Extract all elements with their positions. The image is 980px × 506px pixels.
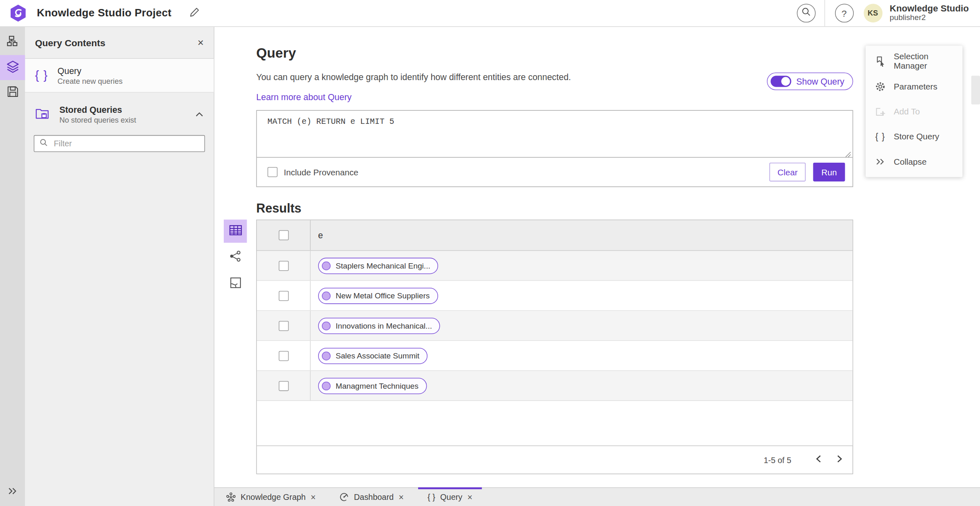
dashboard-icon: [340, 493, 349, 502]
row-checkbox[interactable]: [278, 351, 288, 360]
row-checkbox[interactable]: [278, 381, 288, 390]
column-header-e: e: [311, 220, 853, 250]
entity-dot-icon: [322, 321, 330, 330]
knowledge-graph-icon: [226, 493, 236, 502]
row-checkbox[interactable]: [278, 291, 288, 300]
close-icon[interactable]: ×: [399, 493, 404, 501]
tab-query[interactable]: { } Query ×: [418, 488, 482, 506]
app-logo-icon: [9, 4, 27, 22]
panel-close-button[interactable]: ×: [198, 37, 204, 48]
table-icon: [228, 224, 242, 239]
menu-item-parameters[interactable]: Parameters: [866, 74, 962, 99]
table-header-row: e: [257, 220, 853, 251]
chevron-left-icon: [815, 454, 821, 466]
tab-dashboard[interactable]: Dashboard ×: [330, 488, 413, 506]
chevron-up-icon[interactable]: [195, 111, 204, 117]
entity-chip[interactable]: Managment Techniques: [318, 378, 427, 394]
stored-item-text: Stored Queries No stored queries exist: [59, 105, 185, 125]
menu-item-label: Collapse: [894, 157, 927, 166]
entity-chip[interactable]: Innovations in Mechanical...: [318, 318, 440, 334]
stored-item-subtitle: No stored queries exist: [59, 116, 185, 124]
map-view-button[interactable]: [224, 272, 247, 296]
folder-icon: [35, 106, 50, 123]
menu-item-store-query[interactable]: { } Store Query: [866, 124, 962, 149]
rail-layers-button[interactable]: [0, 55, 25, 80]
save-icon: [6, 85, 19, 100]
entity-chip[interactable]: New Metal Office Suppliers: [318, 287, 438, 304]
select-all-checkbox[interactable]: [278, 230, 288, 240]
query-item-title: Query: [58, 65, 204, 75]
results-table: e Staplers Mechanical Engi... New Metal …: [256, 219, 853, 474]
pencil-icon: [189, 6, 201, 20]
table-row: New Metal Office Suppliers: [257, 281, 853, 311]
panel-title: Query Contents: [35, 37, 198, 48]
entity-chip[interactable]: Staplers Mechanical Engi...: [318, 257, 439, 274]
entity-chip-label: Managment Techniques: [336, 381, 419, 390]
menu-item-add-to: Add To: [866, 99, 962, 124]
query-main-view: Query You can query a knowledge graph to…: [214, 27, 980, 506]
layers-icon: [5, 59, 20, 76]
tab-knowledge-graph[interactable]: Knowledge Graph ×: [217, 488, 325, 506]
previous-page-button[interactable]: [810, 452, 826, 468]
menu-item-collapse[interactable]: Collapse: [866, 149, 962, 174]
top-bar-divider: [824, 0, 825, 26]
search-button[interactable]: [797, 4, 815, 22]
braces-icon: { }: [875, 131, 886, 141]
sidebar-item-query[interactable]: { } Query Create new queries: [25, 59, 214, 93]
entity-chip[interactable]: Sales Associate Summit: [318, 347, 428, 364]
entity-chip-label: Innovations in Mechanical...: [336, 321, 432, 330]
table-row: Sales Associate Summit: [257, 341, 853, 371]
filter-field: [34, 135, 205, 152]
table-row: Staplers Mechanical Engi...: [257, 251, 853, 281]
stored-item-title: Stored Queries: [59, 105, 185, 114]
selection-manager-icon: [875, 56, 886, 67]
table-row: Managment Techniques: [257, 371, 853, 401]
close-icon[interactable]: ×: [468, 493, 473, 501]
rail-expand-button[interactable]: [0, 484, 25, 501]
double-chevron-right-icon: [875, 157, 886, 166]
show-query-toggle[interactable]: Show Query: [767, 73, 853, 90]
link-chart-icon: [229, 250, 242, 265]
entity-dot-icon: [322, 261, 330, 270]
rail-data-model-button[interactable]: [0, 30, 25, 55]
row-checkbox[interactable]: [278, 260, 288, 270]
show-query-label: Show Query: [796, 76, 844, 86]
next-page-button[interactable]: [831, 452, 848, 468]
top-bar-actions: ? KS Knowledge Studio publisher2: [797, 0, 980, 26]
edit-title-button[interactable]: [189, 6, 201, 20]
menu-item-selection-manager[interactable]: Selection Manager: [866, 49, 962, 74]
header-checkbox-cell: [257, 220, 311, 250]
view-tab-bar: Knowledge Graph × Dashboard × { } Query …: [214, 487, 980, 506]
double-chevron-right-icon: [7, 487, 17, 498]
help-icon: ?: [842, 8, 847, 18]
learn-more-link[interactable]: Learn more about Query: [256, 92, 352, 102]
user-info[interactable]: Knowledge Studio publisher2: [890, 4, 980, 22]
entity-chip-label: Staplers Mechanical Engi...: [336, 261, 430, 270]
clear-button[interactable]: Clear: [769, 163, 806, 181]
menu-item-label: Add To: [894, 107, 920, 116]
query-section: Query You can query a knowledge graph to…: [214, 27, 980, 216]
entity-dot-icon: [322, 351, 330, 360]
scrollbar-thumb[interactable]: [971, 76, 980, 104]
add-to-icon: [875, 106, 886, 116]
include-provenance-checkbox[interactable]: [267, 167, 277, 177]
query-text-input[interactable]: MATCH (e) RETURN e LIMIT 5: [257, 111, 853, 158]
close-icon[interactable]: ×: [311, 493, 316, 501]
tab-label: Query: [440, 493, 462, 502]
user-avatar[interactable]: KS: [864, 4, 882, 22]
result-view-toggles: [224, 219, 247, 295]
run-button[interactable]: Run: [813, 163, 845, 181]
knowledge-studio-app: Knowledge Studio Project ? KS Knowledge …: [0, 0, 980, 506]
rail-save-button[interactable]: [0, 80, 25, 105]
sidebar-item-stored-queries[interactable]: Stored Queries No stored queries exist: [25, 98, 214, 132]
filter-input[interactable]: [53, 138, 200, 149]
entity-dot-icon: [322, 291, 330, 300]
resize-handle-icon[interactable]: [845, 149, 979, 505]
graph-view-button[interactable]: [224, 246, 247, 269]
tab-label: Knowledge Graph: [241, 493, 305, 502]
table-view-button[interactable]: [224, 219, 247, 243]
tools-menu: Selection Manager Parameters Add To { }: [866, 46, 962, 177]
table-row: Innovations in Mechanical...: [257, 311, 853, 341]
help-button[interactable]: ?: [835, 4, 853, 22]
row-checkbox[interactable]: [278, 320, 288, 330]
